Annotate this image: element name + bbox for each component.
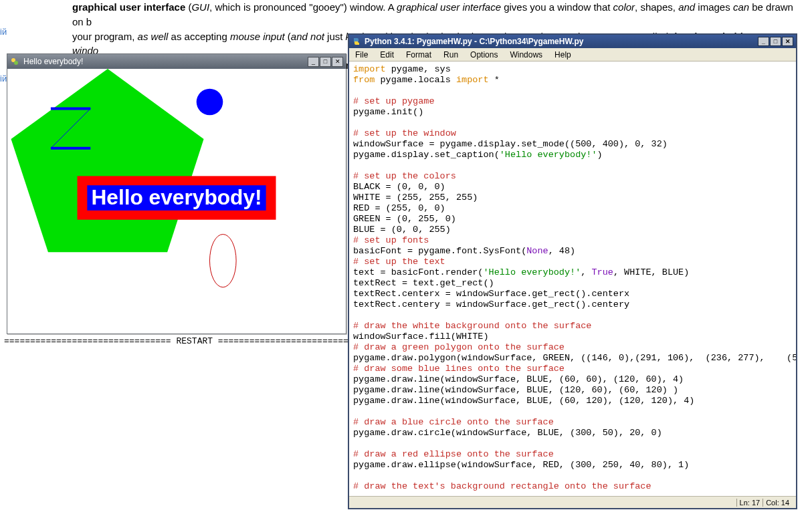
status-line: Ln: 17 bbox=[736, 499, 763, 507]
pygame-window: Hello everybody! _ □ ✕ Hello everybody! bbox=[7, 53, 346, 334]
menu-run[interactable]: Run bbox=[437, 49, 464, 61]
shell-restart-line: ================================ RESTART… bbox=[4, 336, 385, 346]
menu-options[interactable]: Options bbox=[464, 49, 504, 61]
idle-window: Python 3.4.1: PygameHW.py - C:\Python34\… bbox=[348, 33, 797, 509]
pygame-icon bbox=[10, 57, 19, 66]
idle-maximize-button[interactable]: □ bbox=[770, 37, 781, 46]
menu-format[interactable]: Format bbox=[400, 49, 437, 61]
pygame-titlebar[interactable]: Hello everybody! _ □ ✕ bbox=[7, 54, 346, 69]
idle-minimize-button[interactable]: _ bbox=[758, 37, 769, 46]
maximize-button[interactable]: □ bbox=[320, 57, 331, 67]
status-col: Col: 14 bbox=[763, 499, 792, 507]
pygame-title: Hello everybody! bbox=[23, 57, 83, 66]
idle-close-button[interactable]: ✕ bbox=[782, 37, 793, 46]
menu-help[interactable]: Help bbox=[548, 49, 577, 61]
idle-code-area[interactable]: import pygame, sys from pygame.locals im… bbox=[349, 61, 796, 496]
menu-edit[interactable]: Edit bbox=[374, 49, 400, 61]
pygame-canvas: Hello everybody! bbox=[7, 69, 346, 334]
menu-windows[interactable]: Windows bbox=[504, 49, 548, 61]
idle-titlebar[interactable]: Python 3.4.1: PygameHW.py - C:\Python34\… bbox=[349, 35, 796, 48]
hello-text: Hello everybody! bbox=[91, 185, 262, 209]
close-button[interactable]: ✕ bbox=[332, 57, 343, 67]
python-icon bbox=[352, 37, 361, 46]
minimize-button[interactable]: _ bbox=[308, 57, 319, 67]
idle-title-text: Python 3.4.1: PygameHW.py - C:\Python34\… bbox=[365, 37, 583, 46]
idle-statusbar: Ln: 17 Col: 14 bbox=[349, 496, 796, 508]
menu-file[interactable]: File bbox=[349, 49, 374, 61]
svg-point-1 bbox=[14, 61, 18, 65]
idle-menubar: File Edit Format Run Options Windows Hel… bbox=[349, 48, 796, 61]
blue-circle bbox=[197, 89, 223, 116]
